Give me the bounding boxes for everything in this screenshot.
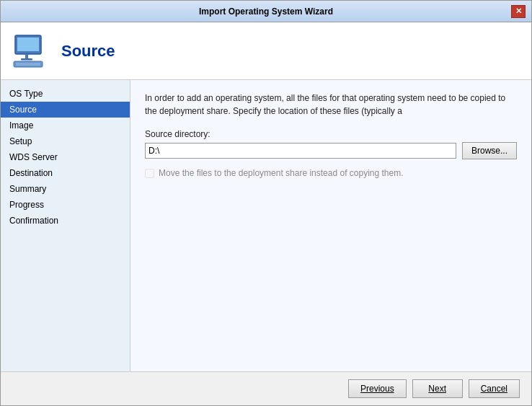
sidebar-item-confirmation[interactable]: Confirmation — [1, 213, 130, 229]
sidebar-item-ostype[interactable]: OS Type — [1, 86, 130, 102]
source-directory-row: Browse... — [145, 142, 517, 159]
sidebar-item-source[interactable]: Source — [1, 102, 130, 118]
sidebar: OS Type Source Image Setup WDS Server De… — [1, 80, 130, 371]
source-directory-input[interactable] — [145, 143, 456, 159]
description-text: In order to add an operating system, all… — [145, 92, 517, 118]
sidebar-item-destination[interactable]: Destination — [1, 165, 130, 181]
wizard-window: Import Operating System Wizard ✕ Source … — [0, 0, 532, 406]
svg-rect-1 — [17, 37, 39, 51]
previous-button[interactable]: Previous — [348, 379, 407, 398]
next-button[interactable]: Next — [412, 379, 463, 398]
computer-icon — [12, 32, 50, 70]
sidebar-item-progress[interactable]: Progress — [1, 197, 130, 213]
window-title: Import Operating System Wizard — [21, 6, 511, 17]
svg-rect-3 — [21, 58, 32, 61]
sidebar-item-setup[interactable]: Setup — [1, 133, 130, 149]
footer-area: Previous Next Cancel — [1, 371, 531, 405]
sidebar-item-wdsserver[interactable]: WDS Server — [1, 149, 130, 165]
content-area: OS Type Source Image Setup WDS Server De… — [1, 80, 531, 371]
cancel-button[interactable]: Cancel — [469, 379, 520, 398]
sidebar-item-image[interactable]: Image — [1, 118, 130, 133]
main-content: In order to add an operating system, all… — [130, 80, 531, 371]
move-files-label: Move the files to the deployment share i… — [159, 168, 404, 178]
sidebar-item-summary[interactable]: Summary — [1, 181, 130, 197]
header-area: Source — [1, 22, 531, 80]
source-directory-label: Source directory: — [145, 129, 517, 139]
close-button[interactable]: ✕ — [511, 5, 526, 18]
browse-button[interactable]: Browse... — [462, 142, 517, 159]
svg-rect-2 — [25, 54, 28, 58]
page-title: Source — [61, 42, 115, 61]
svg-rect-5 — [16, 63, 40, 66]
move-files-checkbox[interactable] — [145, 169, 154, 178]
title-bar: Import Operating System Wizard ✕ — [1, 1, 531, 22]
move-files-row: Move the files to the deployment share i… — [145, 168, 517, 178]
